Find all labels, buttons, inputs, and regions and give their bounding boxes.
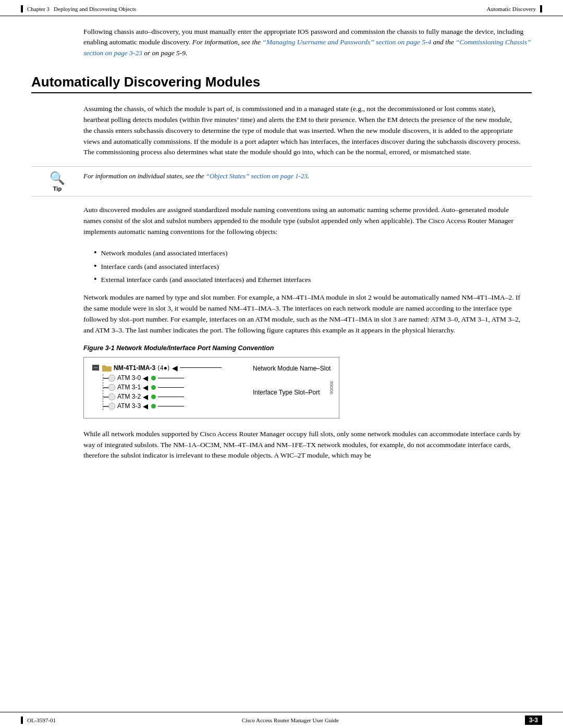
body-para3: Network modules are named by type and sl… <box>83 292 521 336</box>
chapter-label: Chapter 3 <box>27 6 50 12</box>
tree-child-2: ATM 3-1 ◀ <box>108 384 222 391</box>
tree-child-3: ATM 3-2 ◀ <box>108 393 222 401</box>
connector-1 <box>158 378 184 378</box>
connector-line-top <box>180 367 222 368</box>
label-network-module-text: Network Module Name–Slot <box>253 365 331 372</box>
child-dot-4 <box>151 404 156 409</box>
child-label-3: ATM 3-2 <box>117 393 141 400</box>
header-left: Chapter 3 Deploying and Discovering Obje… <box>21 5 136 13</box>
child-dot-2 <box>151 385 156 390</box>
connector-4 <box>158 406 184 406</box>
page-footer: OL-3597-01 Cisco Access Router Manager U… <box>0 712 563 728</box>
root-node-suffix: ⟨4●⟩ <box>157 364 170 372</box>
section-title-header: Automatic Discovery <box>487 6 536 12</box>
bullet-list: Network modules (and associated interfac… <box>83 246 521 286</box>
root-arrow: ◀ <box>172 364 178 372</box>
label-interface-type: Interface Type Slot–Port <box>253 389 331 396</box>
collapse-icon[interactable]: ─ <box>92 365 99 371</box>
tip-box: 🔍 Tip For information on individual stat… <box>31 166 532 196</box>
tip-label: Tip <box>53 186 62 192</box>
tree-child-4: ATM 3-3 ◀ <box>108 402 222 410</box>
figure-caption: Figure 3-1 Network Module/Interface Port… <box>83 344 521 352</box>
child-circle-3 <box>108 393 115 400</box>
child-label-1: ATM 3-0 <box>117 374 141 381</box>
child-label-2: ATM 3-1 <box>117 384 141 391</box>
footer-bar <box>21 717 23 724</box>
bullet-items: Network modules (and associated interfac… <box>83 246 521 286</box>
tip-text: For information on individual states, se… <box>83 171 532 181</box>
chapter-title: Deploying and Discovering Objects <box>54 6 136 12</box>
footer-page-number: 3-3 <box>525 715 542 725</box>
svg-rect-1 <box>102 365 106 367</box>
child-label-4: ATM 3-3 <box>117 402 141 410</box>
connector-2 <box>158 387 184 388</box>
footer-left: OL-3597-01 <box>21 717 56 724</box>
list-item: Network modules (and associated interfac… <box>94 246 521 260</box>
child-dot-1 <box>151 376 156 380</box>
list-item: External interface cards (and associated… <box>94 273 521 286</box>
child-arrow-4: ◀ <box>143 402 148 410</box>
main-content: Following chassis auto–discovery, you mu… <box>0 16 563 480</box>
intro-para1: Following chassis auto–discovery, you mu… <box>83 27 532 58</box>
tree-child-1: ATM 3-0 ◀ <box>108 374 222 382</box>
network-diagram: ─ NM-4T1-IMA-3 ⟨4●⟩ ◀ <box>83 357 339 418</box>
tree-children: ATM 3-0 ◀ ATM 3-1 ◀ <box>103 374 222 410</box>
tree-root: ─ NM-4T1-IMA-3 ⟨4●⟩ ◀ <box>92 364 222 372</box>
footer-doc-id: OL-3597-01 <box>27 717 56 723</box>
child-circle-1 <box>108 375 115 381</box>
header-bar-right <box>540 5 542 13</box>
child-circle-4 <box>108 403 115 410</box>
link-object-states[interactable]: “Object States” section on page 1-23 <box>206 172 308 180</box>
label-network-module: Network Module Name–Slot <box>253 365 331 372</box>
body-para4: While all network modules supported by C… <box>83 429 521 462</box>
page-header: Chapter 3 Deploying and Discovering Obje… <box>0 0 563 16</box>
child-arrow-1: ◀ <box>143 374 148 382</box>
connector-3 <box>158 397 184 397</box>
folder-icon <box>102 364 112 372</box>
tip-magnifier-icon: 🔍 <box>50 172 65 184</box>
section-heading: Automatically Discovering Modules <box>31 74 532 93</box>
label-interface-type-text: Interface Type Slot–Port <box>253 389 320 396</box>
tip-icon-col: 🔍 Tip <box>31 171 83 192</box>
root-node-label: NM-4T1-IMA-3 <box>114 364 155 372</box>
diagram-labels: Network Module Name–Slot Interface Type … <box>253 364 331 396</box>
intro-section: Following chassis auto–discovery, you mu… <box>83 27 532 58</box>
list-item: Interface cards (and associated interfac… <box>94 260 521 273</box>
body-para2: Auto discovered modules are assigned sta… <box>83 205 521 238</box>
body-para1: Assuming the chassis, of which the modul… <box>83 104 521 158</box>
header-right: Automatic Discovery <box>487 5 542 13</box>
fig-code: 89006 <box>329 381 334 394</box>
header-bar-left <box>21 5 23 13</box>
child-dot-3 <box>151 394 156 399</box>
child-arrow-3: ◀ <box>143 393 148 401</box>
link-managing-username[interactable]: “Managing Username and Passwords” sectio… <box>262 38 431 46</box>
footer-center: Cisco Access Router Manager User Guide <box>242 717 339 723</box>
child-circle-2 <box>108 384 115 391</box>
tree-section: ─ NM-4T1-IMA-3 ⟨4●⟩ ◀ <box>92 364 222 412</box>
child-arrow-2: ◀ <box>143 384 148 391</box>
figure-section: Figure 3-1 Network Module/Interface Port… <box>83 344 521 418</box>
